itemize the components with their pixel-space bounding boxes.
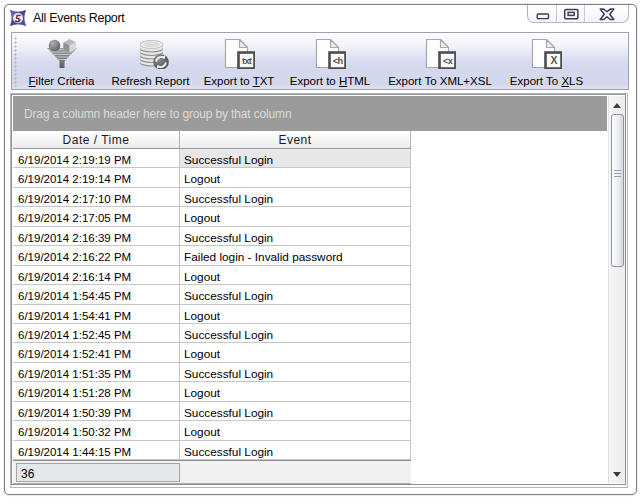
svg-text:txt: txt: [242, 56, 252, 66]
svg-text:<x: <x: [443, 56, 454, 66]
svg-text:5: 5: [15, 12, 21, 24]
svg-text:X: X: [550, 54, 557, 66]
svg-text:<h: <h: [332, 56, 343, 66]
